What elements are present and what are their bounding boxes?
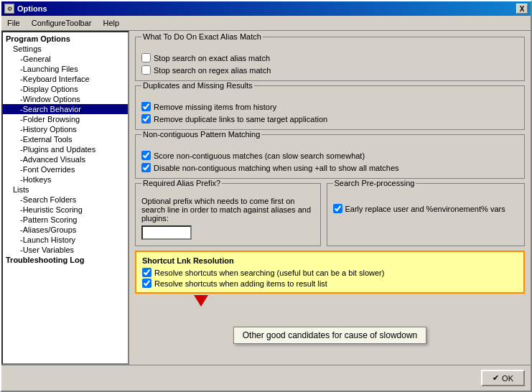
- exact-alias-checkbox-row-2: Stop search on regex alias match: [141, 65, 518, 75]
- sidebar-item-folder-browsing[interactable]: Folder Browsing: [3, 114, 128, 124]
- tooltip-area: Other good candidates for cause of slowd…: [135, 309, 525, 344]
- stop-search-exact-checkbox[interactable]: [141, 53, 151, 62]
- shortcut-section: Shortcut Lnk Resolution Resolve shortcut…: [135, 251, 525, 294]
- exact-alias-checkbox-row-1: Stop search on exact alias match: [141, 53, 518, 62]
- stop-search-regex-label: Stop search on regex alias match: [154, 66, 271, 75]
- sidebar-tree: Program Options Settings General Launchi…: [1, 31, 129, 365]
- checkmark-icon: ✔: [493, 373, 499, 383]
- resolve-shortcuts-adding-label: Resolve shortcuts when adding items to r…: [154, 279, 327, 288]
- stop-search-regex-checkbox[interactable]: [141, 65, 151, 75]
- menu-help[interactable]: Help: [101, 17, 123, 29]
- sidebar-item-advanced-visuals[interactable]: Advanced Visuals: [3, 154, 128, 164]
- non-contiguous-title: Non-contiguous Pattern Matching: [141, 130, 261, 139]
- arrow-down-icon: [194, 295, 208, 307]
- alias-prefix-title: Required Alias Prefix?: [141, 179, 222, 187]
- remove-missing-checkbox[interactable]: [141, 102, 151, 111]
- non-contiguous-checkbox-row-2: Disable non-contiguous matching when usi…: [141, 163, 518, 172]
- exact-alias-title: What To Do On Exact Alias Match: [141, 32, 263, 41]
- non-contiguous-section: Non-contiguous Pattern Matching Score no…: [135, 134, 525, 179]
- sidebar-item-settings[interactable]: Settings: [3, 44, 128, 54]
- ok-button[interactable]: ✔ OK: [481, 370, 525, 386]
- remove-duplicate-links-label: Remove duplicate links to same target ap…: [154, 115, 327, 123]
- menu-file[interactable]: File: [4, 17, 23, 29]
- sidebar-item-history-options[interactable]: History Options: [3, 124, 128, 134]
- options-window: ⚙ Options X File ConfigureToolbar Help P…: [0, 0, 532, 392]
- titlebar: ⚙ Options X: [1, 1, 531, 16]
- ok-label: OK: [502, 374, 513, 383]
- titlebar-left: ⚙ Options: [4, 4, 47, 14]
- sidebar-item-aliases-groups[interactable]: Aliases/Groups: [3, 225, 128, 235]
- search-preprocessing-checkbox-row-1: Early replace user and %environement% va…: [333, 204, 519, 213]
- sidebar-item-font-overrides[interactable]: Font Overrides: [3, 164, 128, 174]
- bottom-bar: ✔ OK: [1, 365, 531, 391]
- sidebar-item-program-options[interactable]: Program Options: [3, 34, 128, 44]
- alias-prefix-section: Required Alias Prefix? Optional prefix w…: [135, 183, 321, 246]
- remove-duplicate-links-checkbox[interactable]: [141, 114, 151, 123]
- menubar: File ConfigureToolbar Help: [1, 16, 531, 31]
- sidebar-item-heuristic-scoring[interactable]: Heuristic Scoring: [3, 205, 128, 215]
- shortcut-wrapper: Shortcut Lnk Resolution Resolve shortcut…: [135, 251, 525, 344]
- close-button[interactable]: X: [516, 4, 528, 14]
- sidebar-item-search-folders[interactable]: Search Folders: [3, 195, 128, 205]
- sidebar-item-hotkeys[interactable]: Hotkeys: [3, 174, 128, 185]
- resolve-shortcuts-adding-checkbox[interactable]: [142, 279, 151, 288]
- duplicates-section: Duplicates and Missing Results Remove mi…: [135, 85, 525, 130]
- duplicates-content: Remove missing items from history Remove…: [141, 92, 518, 123]
- non-contiguous-checkbox-row-1: Score non-contiguous matches (can slow s…: [141, 151, 518, 160]
- sidebar-item-external-tools[interactable]: External Tools: [3, 134, 128, 144]
- window-icon: ⚙: [4, 4, 14, 14]
- sidebar-item-troubleshooting-log[interactable]: Troubleshooting Log: [3, 255, 128, 265]
- score-non-contiguous-label: Score non-contiguous matches (can slow s…: [154, 151, 365, 160]
- resolve-shortcuts-search-label: Resolve shortcuts when searching (useful…: [154, 269, 384, 277]
- main-panel: What To Do On Exact Alias Match Stop sea…: [129, 31, 531, 365]
- exact-alias-section: What To Do On Exact Alias Match Stop sea…: [135, 37, 525, 81]
- duplicates-title: Duplicates and Missing Results: [141, 81, 254, 90]
- exact-alias-content: Stop search on exact alias match Stop se…: [141, 43, 518, 75]
- sidebar-item-launching-files[interactable]: Launching Files: [3, 64, 128, 74]
- sidebar-item-window-options[interactable]: Window Options: [3, 94, 128, 104]
- stop-search-exact-label: Stop search on exact alias match: [154, 54, 270, 62]
- content-area: Program Options Settings General Launchi…: [1, 31, 531, 365]
- sidebar-item-general[interactable]: General: [3, 54, 128, 64]
- sidebar-item-keyboard-interface[interactable]: Keyboard Interface: [3, 74, 128, 84]
- duplicates-checkbox-row-2: Remove duplicate links to same target ap…: [141, 114, 518, 123]
- non-contiguous-content: Score non-contiguous matches (can slow s…: [141, 141, 518, 172]
- sidebar-item-settings-label: Settings: [13, 45, 42, 53]
- sidebar-item-lists[interactable]: Lists: [3, 185, 128, 195]
- window-title: Options: [17, 4, 47, 13]
- early-replace-checkbox[interactable]: [333, 204, 342, 213]
- resolve-shortcuts-search-checkbox[interactable]: [142, 268, 151, 277]
- alias-prefix-input[interactable]: [141, 225, 192, 240]
- sidebar-item-pattern-scoring[interactable]: Pattern Scoring: [3, 215, 128, 225]
- shortcut-checkbox-row-2: Resolve shortcuts when adding items to r…: [142, 279, 518, 288]
- menu-configuretoolbar[interactable]: ConfigureToolbar: [29, 17, 95, 29]
- early-replace-label: Early replace user and %environement% va…: [345, 205, 505, 213]
- remove-missing-label: Remove missing items from history: [154, 103, 276, 111]
- search-preprocessing-title: Search Pre-processing: [333, 179, 416, 187]
- sidebar-item-user-variables[interactable]: User Variables: [3, 245, 128, 255]
- duplicates-checkbox-row-1: Remove missing items from history: [141, 102, 518, 111]
- alias-prefix-description: Optional prefix which needs to come firs…: [141, 194, 314, 223]
- slowdown-tooltip: Other good candidates for cause of slowd…: [233, 327, 426, 344]
- sidebar-item-plugins-updates[interactable]: Plugins and Updates: [3, 144, 128, 154]
- bottom-two-col: Required Alias Prefix? Optional prefix w…: [135, 183, 525, 246]
- search-preprocessing-content: Early replace user and %environement% va…: [333, 190, 519, 213]
- alias-prefix-col: Required Alias Prefix? Optional prefix w…: [135, 183, 321, 246]
- disable-non-contiguous-checkbox[interactable]: [141, 163, 151, 172]
- sidebar-item-launch-history[interactable]: Launch History: [3, 235, 128, 245]
- sidebar-item-display-options[interactable]: Display Options: [3, 84, 128, 94]
- search-preprocessing-section: Search Pre-processing Early replace user…: [327, 183, 526, 246]
- score-non-contiguous-checkbox[interactable]: [141, 151, 151, 160]
- shortcut-checkbox-row-1: Resolve shortcuts when searching (useful…: [142, 268, 518, 277]
- sidebar-item-search-behavior[interactable]: Search Behavior: [3, 104, 128, 114]
- disable-non-contiguous-label: Disable non-contiguous matching when usi…: [154, 164, 399, 172]
- alias-prefix-content: Optional prefix which needs to come firs…: [141, 190, 314, 240]
- shortcut-title: Shortcut Lnk Resolution: [142, 256, 518, 265]
- sidebar-item-lists-label: Lists: [13, 185, 29, 194]
